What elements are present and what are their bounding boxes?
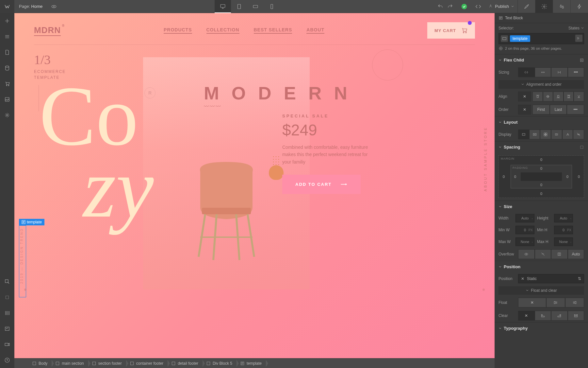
maxh-input[interactable]: None- [554,237,573,246]
align-start[interactable] [532,92,543,101]
clear-left[interactable] [535,311,551,321]
dot-left[interactable] [24,289,26,291]
redo-button[interactable] [446,2,454,11]
section-typography[interactable]: Typography [495,322,588,334]
display-grid[interactable] [540,130,551,139]
ecommerce-button[interactable] [0,76,14,92]
align-end[interactable] [553,92,564,101]
reset-icon[interactable] [580,58,584,62]
crumb-template[interactable]: template [237,359,266,368]
settings-panel-tab[interactable] [535,0,553,13]
float-clear-toggle[interactable]: Float and clear [498,286,584,295]
overflow-scroll[interactable] [551,249,568,259]
padding-left[interactable]: 0 [514,175,516,179]
crumb-section-footer[interactable]: section footer [89,359,126,368]
design-canvas[interactable]: MDRN® PRODUCTS COLLECTION BEST SELLERS A… [14,13,495,358]
display-inline[interactable] [562,130,573,139]
padding-right[interactable]: 0 [566,175,568,179]
style-manager-tab[interactable] [553,0,570,13]
padding-top[interactable]: 0 [540,166,542,170]
display-none[interactable] [573,130,584,139]
states-dropdown[interactable]: States [568,26,584,30]
minw-input[interactable]: 0PX [515,226,534,234]
float-right[interactable] [565,298,584,307]
assets-button[interactable] [0,92,14,107]
section-flex-child[interactable]: Flex Child [495,54,588,66]
display-flex[interactable] [529,130,540,139]
margin-right[interactable]: 0 [578,175,580,179]
add-to-cart-button[interactable]: ADD TO CART ⟶ [282,175,361,194]
clear-none[interactable]: ✕ [518,311,535,321]
pages-button[interactable] [0,44,14,60]
margin-left[interactable]: 0 [503,175,505,179]
help-button[interactable] [0,352,14,368]
selection-label[interactable]: template [19,219,44,225]
preview-toggle[interactable] [47,4,61,9]
position-select[interactable]: ✕ Static ⇅ [518,274,584,283]
align-stretch[interactable] [564,92,574,101]
float-none[interactable]: ✕ [518,298,546,307]
crumb-detail-footer[interactable]: detail footer [168,359,203,368]
device-mobile[interactable] [264,0,280,13]
device-tablet-landscape[interactable] [247,0,264,13]
page-selector[interactable]: Page: Home [14,4,47,9]
cart-button[interactable]: MY CART [427,22,475,39]
expand-icon[interactable] [580,145,584,149]
section-spacing[interactable]: Spacing [495,141,588,153]
dot-right[interactable] [482,289,485,291]
xray-button[interactable] [0,289,14,305]
device-tablet[interactable] [231,0,247,13]
sizing-none[interactable] [551,67,568,77]
float-left[interactable] [546,298,565,307]
overflow-auto[interactable]: Auto [568,249,584,259]
nav-bestsellers[interactable]: BEST SELLERS [254,27,292,34]
maxw-input[interactable]: None- [515,237,534,246]
section-size[interactable]: Size [495,201,588,212]
display-block[interactable] [518,130,529,139]
width-input[interactable]: Auto- [515,214,534,222]
clear-right[interactable] [551,311,568,321]
align-baseline[interactable] [574,92,584,101]
video-button[interactable] [0,337,14,352]
order-last[interactable]: Last [550,105,567,114]
edit-mode-button[interactable] [0,274,14,289]
align-none[interactable]: ✕ [518,92,531,101]
crumb-body[interactable]: Body [29,359,52,368]
grid-button[interactable] [0,305,14,321]
order-none[interactable]: ✕ [518,105,531,114]
audit-button[interactable] [0,321,14,337]
order-more[interactable]: ••• [567,105,584,114]
margin-bottom[interactable]: 0 [540,192,542,196]
cms-button[interactable] [0,60,14,76]
clear-both[interactable] [568,311,584,321]
nav-collection[interactable]: COLLECTION [206,27,239,34]
publish-button[interactable]: Publish [485,4,517,9]
overflow-visible[interactable] [518,249,535,259]
add-element-button[interactable] [0,13,14,29]
webflow-logo[interactable] [0,0,14,13]
sizing-more[interactable]: ••• [568,67,584,77]
section-position[interactable]: Position [495,261,588,272]
order-first[interactable]: First [532,105,550,114]
alignment-order-toggle[interactable]: Alignment and order [498,80,584,89]
navigator-button[interactable] [0,29,14,44]
crumb-main-section[interactable]: main section [52,359,88,368]
selector-tag[interactable]: template [510,35,530,42]
align-center[interactable] [543,92,553,101]
nav-products[interactable]: PRODUCTS [164,27,192,34]
display-inline-block[interactable] [551,130,562,139]
code-export-button[interactable] [471,4,485,9]
interactions-tab[interactable] [570,0,588,13]
crumb-container-footer[interactable]: container footer [126,359,168,368]
crumb-div-block-5[interactable]: Div Block 5 [203,359,237,368]
settings-button[interactable] [0,107,14,123]
device-desktop[interactable] [215,0,231,13]
selector-input[interactable]: template [498,33,584,44]
undo-button[interactable] [436,2,445,11]
inheritance-button[interactable] [575,35,582,42]
nav-about[interactable]: ABOUT [306,27,324,34]
section-layout[interactable]: Layout [495,116,588,128]
sizing-grow[interactable] [535,67,551,77]
spacing-editor[interactable]: MARGIN 0 0 0 0 PADDING 0 0 0 0 [498,155,584,198]
overflow-hidden[interactable] [535,249,551,259]
